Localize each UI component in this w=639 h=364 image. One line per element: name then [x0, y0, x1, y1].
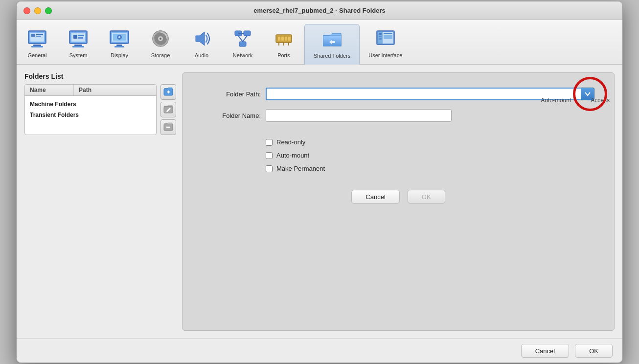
window-title: emerse2_rhel7_pubmed_2 - Shared Folders — [253, 7, 386, 14]
dialog-ok-button[interactable]: OK — [408, 190, 445, 204]
folder-path-input[interactable] — [266, 88, 581, 100]
main-ok-button[interactable]: OK — [575, 344, 613, 358]
main-cancel-button[interactable]: Cancel — [521, 344, 569, 358]
folders-list-panel: Folders List Name Path Machine Folders T… — [24, 72, 176, 331]
svg-marker-29 — [196, 32, 205, 46]
svg-rect-19 — [116, 45, 122, 46]
make-permanent-checkbox[interactable] — [266, 165, 273, 172]
svg-line-34 — [243, 36, 247, 42]
shared-folders-icon — [320, 27, 344, 51]
user-interface-icon — [374, 27, 397, 50]
table-header: Name Path — [25, 85, 156, 96]
automount-checkbox[interactable] — [266, 152, 273, 159]
network-label: Network — [233, 52, 252, 58]
remove-folder-button[interactable] — [160, 119, 176, 135]
machine-folders-label: Machine Folders — [25, 99, 156, 110]
svg-rect-12 — [78, 35, 84, 36]
toolbar: General System — [17, 20, 622, 65]
automount-label[interactable]: Auto-mount — [276, 152, 309, 159]
dialog-buttons: Cancel OK — [202, 190, 594, 204]
make-permanent-label[interactable]: Make Permanent — [276, 165, 325, 172]
bottom-bar: Cancel OK — [17, 339, 622, 363]
make-permanent-row: Make Permanent — [266, 165, 594, 172]
general-label: General — [27, 52, 46, 58]
svg-rect-31 — [244, 31, 251, 36]
general-icon — [25, 27, 49, 50]
audio-icon — [190, 27, 213, 50]
titlebar: emerse2_rhel7_pubmed_2 - Shared Folders — [17, 1, 622, 20]
readonly-label[interactable]: Read-only — [276, 138, 305, 146]
folder-path-label: Folder Path: — [202, 91, 261, 98]
system-icon — [67, 27, 90, 50]
toolbar-item-storage[interactable]: Storage — [140, 24, 181, 64]
toolbar-item-shared-folders[interactable]: Shared Folders — [304, 24, 360, 65]
toolbar-item-network[interactable]: Network — [222, 24, 263, 64]
toolbar-item-display[interactable]: Display — [99, 24, 140, 64]
user-interface-label: User Interface — [368, 52, 402, 58]
folders-table: Name Path Machine Folders Transient Fold… — [24, 84, 157, 135]
transient-folders-label: Transient Folders — [25, 110, 156, 120]
svg-rect-20 — [114, 46, 124, 47]
toolbar-item-user-interface[interactable]: User Interface — [360, 24, 411, 64]
readonly-checkbox[interactable] — [266, 139, 273, 146]
col-header-path: Path — [74, 85, 156, 95]
automount-row: Auto-mount — [266, 152, 594, 159]
svg-rect-6 — [36, 34, 43, 35]
svg-rect-2 — [33, 45, 41, 46]
minimize-button[interactable] — [34, 7, 41, 14]
edit-folder-button[interactable] — [160, 102, 176, 117]
svg-rect-39 — [285, 37, 287, 41]
toolbar-item-general[interactable]: General — [17, 24, 58, 64]
maximize-button[interactable] — [45, 7, 52, 14]
svg-rect-38 — [281, 37, 284, 41]
toolbar-item-audio[interactable]: Audio — [181, 24, 222, 64]
main-window: emerse2_rhel7_pubmed_2 - Shared Folders … — [16, 1, 623, 363]
storage-label: Storage — [151, 52, 170, 58]
add-folder-dialog: Folder Path: Folder Name: Rea — [182, 72, 615, 331]
svg-rect-3 — [31, 46, 43, 47]
display-label: Display — [111, 52, 128, 58]
svg-rect-5 — [31, 34, 35, 37]
close-button[interactable] — [23, 7, 30, 14]
svg-rect-47 — [379, 33, 382, 35]
side-actions — [159, 84, 176, 135]
display-icon — [108, 27, 131, 50]
svg-rect-37 — [278, 37, 280, 41]
folder-name-label: Folder Name: — [202, 112, 261, 119]
shared-folders-label: Shared Folders — [314, 53, 350, 59]
folder-name-input[interactable] — [266, 109, 452, 122]
svg-rect-14 — [74, 45, 82, 46]
ports-icon — [272, 27, 296, 50]
readonly-row: Read-only — [266, 138, 594, 146]
svg-rect-15 — [72, 46, 84, 47]
toolbar-item-system[interactable]: System — [58, 24, 99, 64]
network-icon — [231, 27, 254, 50]
folder-path-input-wrapper — [266, 88, 594, 100]
ports-label: Ports — [277, 52, 290, 58]
svg-point-23 — [118, 36, 120, 38]
table-body: Machine Folders Transient Folders — [25, 96, 156, 123]
svg-rect-40 — [288, 37, 291, 41]
svg-rect-49 — [379, 38, 382, 40]
folder-path-dropdown-button[interactable] — [581, 88, 594, 100]
svg-rect-13 — [78, 37, 83, 39]
folder-name-row: Folder Name: — [202, 109, 594, 122]
svg-rect-51 — [384, 35, 392, 39]
svg-rect-48 — [379, 36, 382, 37]
svg-line-33 — [238, 36, 243, 42]
folders-list-title: Folders List — [24, 72, 176, 80]
svg-rect-50 — [384, 33, 392, 34]
svg-point-28 — [160, 38, 161, 40]
system-label: System — [69, 52, 88, 58]
window-controls — [23, 7, 52, 14]
folder-path-row: Folder Path: — [202, 88, 594, 100]
toolbar-item-ports[interactable]: Ports — [263, 24, 304, 64]
col-header-name: Name — [25, 85, 74, 95]
storage-icon — [149, 27, 172, 50]
svg-rect-7 — [36, 36, 41, 37]
add-folder-button[interactable] — [160, 84, 176, 100]
audio-label: Audio — [195, 52, 208, 58]
content-area: Folders List Name Path Machine Folders T… — [17, 65, 622, 339]
dialog-cancel-button[interactable]: Cancel — [351, 190, 399, 204]
svg-rect-32 — [239, 42, 246, 46]
